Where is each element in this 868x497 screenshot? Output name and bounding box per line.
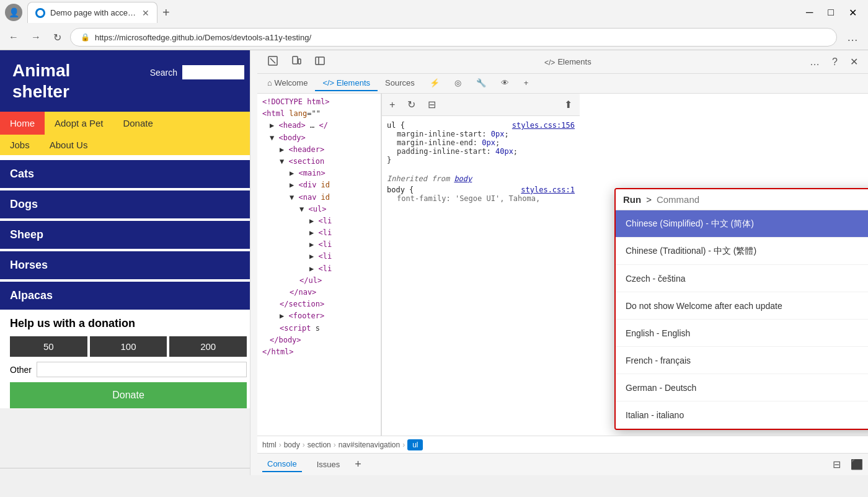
breadcrumb-ul[interactable]: ul bbox=[407, 439, 423, 450]
html-line[interactable]: <html lang="" bbox=[260, 108, 378, 120]
list-item[interactable]: Sheep bbox=[0, 221, 257, 249]
maximize-button[interactable]: □ bbox=[822, 4, 840, 21]
donation-50-button[interactable]: 50 bbox=[10, 336, 87, 357]
command-item[interactable]: Czech - čeština Appearance bbox=[616, 265, 868, 292]
nav-donate-link[interactable]: Donate bbox=[113, 112, 162, 135]
vertical-scrollbar[interactable] bbox=[250, 50, 257, 475]
inherited-element[interactable]: body bbox=[454, 174, 472, 183]
expand-panel-button[interactable]: ⬆ bbox=[559, 96, 577, 113]
elements-icon: </> bbox=[544, 56, 555, 68]
nav-jobs-link[interactable]: Jobs bbox=[0, 135, 40, 155]
new-style-rule-button[interactable]: + bbox=[384, 97, 400, 113]
html-tree: <!DOCTYPE html> <html lang="" ▶ <head> …… bbox=[257, 94, 381, 436]
filter-styles-button[interactable]: ⊟ bbox=[423, 96, 441, 113]
command-item[interactable]: Italian - italiano Appearance bbox=[616, 401, 868, 429]
html-line[interactable]: ▶ <head> … </ bbox=[260, 120, 378, 132]
device-toolbar-button[interactable] bbox=[286, 53, 307, 71]
html-line[interactable]: ▶ <li bbox=[260, 263, 378, 275]
tab-issues[interactable]: Issues bbox=[312, 457, 345, 472]
command-item[interactable]: Chinese (Simplified) - 中文 (简体) Appearanc… bbox=[616, 210, 868, 238]
tab-sources[interactable]: Sources bbox=[378, 76, 422, 91]
command-input[interactable] bbox=[657, 194, 868, 205]
list-item[interactable]: Dogs bbox=[0, 190, 257, 218]
donation-section: Help us with a donation 50 100 200 Other… bbox=[0, 312, 257, 408]
undock-button[interactable]: ⊟ bbox=[833, 459, 841, 470]
svg-rect-5 bbox=[316, 57, 324, 65]
command-item[interactable]: German - Deutsch Appearance bbox=[616, 374, 868, 401]
html-line[interactable]: ▶ <main> bbox=[260, 168, 378, 179]
tab-performance[interactable]: ⚡ bbox=[422, 76, 447, 91]
breadcrumb: html › body › section › nav#sitenavigati… bbox=[257, 436, 868, 453]
forward-button[interactable]: → bbox=[27, 29, 45, 45]
list-item[interactable]: Cats bbox=[0, 160, 257, 188]
html-line[interactable]: ▶ <li bbox=[260, 227, 378, 239]
css-prop: margin-inline-start: 0px; bbox=[397, 130, 575, 138]
tab-application[interactable]: 🔧 bbox=[469, 76, 494, 91]
command-item-label: Do not show Welcome after each update bbox=[626, 301, 868, 311]
tab-more-tools[interactable]: + bbox=[516, 76, 536, 91]
devtools-more-button[interactable]: … bbox=[805, 54, 825, 70]
tab-memory[interactable]: ◎ bbox=[447, 76, 469, 91]
donate-button[interactable]: Donate bbox=[10, 382, 247, 408]
devtools-tabs: ⌂ Welcome </> Elements Sources ⚡ ◎ 🔧 👁 + bbox=[257, 74, 868, 94]
html-line[interactable]: ▼ <nav id bbox=[260, 192, 378, 204]
donation-200-button[interactable]: 200 bbox=[169, 336, 247, 357]
list-item[interactable]: Horses bbox=[0, 251, 257, 279]
command-arrow: > bbox=[646, 194, 652, 205]
tab-close-button[interactable]: ✕ bbox=[142, 8, 149, 18]
html-line[interactable]: ▶ <div id bbox=[260, 179, 378, 191]
profile-avatar[interactable]: 👤 bbox=[5, 4, 22, 21]
minimize-button[interactable]: ─ bbox=[800, 4, 819, 21]
html-line: </nav> bbox=[260, 287, 378, 298]
html-line[interactable]: ▶ <li bbox=[260, 251, 378, 262]
html-line[interactable]: ▼ <ul> bbox=[260, 204, 378, 215]
nav-about-link[interactable]: About Us bbox=[40, 135, 98, 155]
nav-home-link[interactable]: Home bbox=[0, 112, 45, 135]
command-item-label: French - français bbox=[626, 356, 868, 365]
tab-welcome[interactable]: ⌂ Welcome bbox=[260, 76, 315, 91]
address-bar: ← → ↻ 🔒 https://microsoftedge.github.io/… bbox=[0, 25, 868, 50]
html-line[interactable]: ▶ <li bbox=[260, 215, 378, 227]
tab-console[interactable]: Console bbox=[262, 457, 302, 472]
dock-button[interactable]: ⬛ bbox=[851, 459, 863, 470]
sidebar-button[interactable] bbox=[309, 53, 330, 71]
new-tab-button[interactable]: + bbox=[157, 6, 175, 20]
inspect-element-button[interactable] bbox=[262, 53, 283, 71]
horizontal-scrollbar[interactable] bbox=[0, 468, 257, 475]
devtools-help-button[interactable]: ? bbox=[827, 54, 843, 70]
browser-more-button[interactable]: … bbox=[842, 29, 863, 47]
tab-accessibility[interactable]: 👁 bbox=[494, 76, 516, 91]
site-header: Animal shelter Search bbox=[0, 50, 257, 112]
add-tab-button[interactable]: + bbox=[355, 458, 361, 471]
nav-adopt-link[interactable]: Adopt a Pet bbox=[45, 112, 113, 135]
breadcrumb-section[interactable]: section bbox=[308, 441, 331, 449]
refresh-styles-button[interactable]: ↻ bbox=[402, 96, 420, 113]
close-window-button[interactable]: ✕ bbox=[843, 4, 863, 21]
command-item[interactable]: English - English Appearance bbox=[616, 320, 868, 347]
command-run-label: Run bbox=[623, 194, 641, 205]
url-bar[interactable]: 🔒 https://microsoftedge.github.io/Demos/… bbox=[70, 28, 837, 47]
html-line[interactable]: ▼ <body> bbox=[260, 132, 378, 144]
back-button[interactable]: ← bbox=[5, 29, 22, 45]
list-item[interactable]: Alpacas bbox=[0, 282, 257, 310]
breadcrumb-nav[interactable]: nav#sitenavigation bbox=[339, 441, 400, 449]
command-item[interactable]: French - français Appearance bbox=[616, 347, 868, 374]
breadcrumb-body[interactable]: body bbox=[284, 441, 300, 449]
css-source-link[interactable]: styles.css:156 bbox=[512, 121, 575, 130]
tab-elements[interactable]: </> Elements bbox=[315, 76, 378, 91]
active-tab[interactable]: Demo page with accessibility issu ✕ bbox=[27, 2, 157, 23]
html-line[interactable]: ▶ <li bbox=[260, 239, 378, 251]
refresh-button[interactable]: ↻ bbox=[50, 29, 65, 46]
html-line[interactable]: ▼ <section bbox=[260, 156, 378, 168]
elements-tab-label[interactable]: Elements bbox=[557, 57, 591, 66]
donation-100-button[interactable]: 100 bbox=[90, 336, 167, 357]
body-source-link[interactable]: styles.css:1 bbox=[521, 186, 575, 194]
breadcrumb-html[interactable]: html bbox=[262, 441, 277, 449]
command-item[interactable]: Do not show Welcome after each update Ap… bbox=[616, 292, 868, 320]
devtools-close-button[interactable]: ✕ bbox=[845, 53, 863, 70]
command-item[interactable]: Chinese (Traditional) - 中文 (繁體) Appearan… bbox=[616, 238, 868, 265]
other-amount-input[interactable] bbox=[37, 362, 247, 377]
search-input[interactable] bbox=[182, 65, 244, 79]
html-line[interactable]: ▶ <header> bbox=[260, 144, 378, 156]
html-line[interactable]: ▶ <footer> bbox=[260, 310, 378, 322]
